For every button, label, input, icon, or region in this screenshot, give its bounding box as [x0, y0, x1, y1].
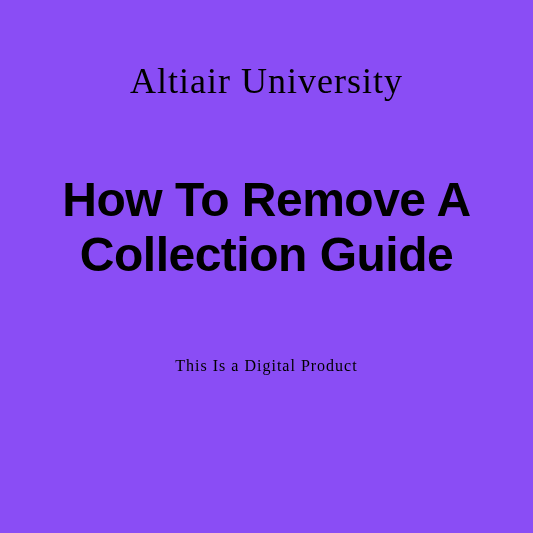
brand-name: Altiair University	[130, 60, 403, 102]
product-subtitle: This Is a Digital Product	[175, 357, 357, 375]
product-title: How To Remove A Collection Guide	[0, 172, 533, 282]
